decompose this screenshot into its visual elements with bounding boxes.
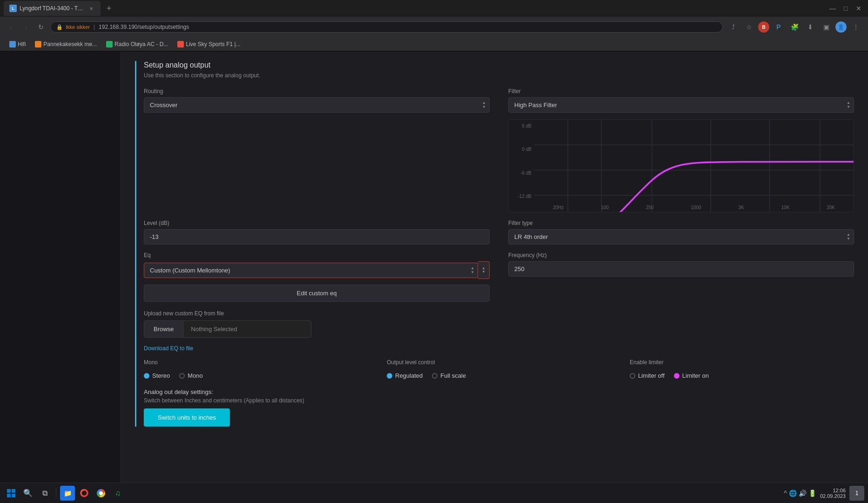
section-header: Setup analog output Use this section to … <box>135 61 854 427</box>
routing-filter-row: Routing Crossover Stereo Mono ▲ ▼ <box>144 88 854 212</box>
spotify-icon[interactable]: ♫ <box>110 486 125 501</box>
restore-button[interactable]: □ <box>840 3 851 14</box>
radio-regulated-dot <box>387 373 392 379</box>
svg-rect-12 <box>12 489 15 493</box>
output-level-label: Output level control <box>387 359 611 366</box>
level-field: Level (dB) <box>144 220 490 245</box>
routing-select[interactable]: Crossover Stereo Mono <box>144 97 490 113</box>
eq-frequency-row: Eq Custom (Custom Mellomtone) None Flat … <box>144 252 854 352</box>
radio-fullscale[interactable]: Full scale <box>432 372 466 379</box>
radio-regulated-label: Regulated <box>395 372 423 379</box>
tab-view-icon[interactable]: ▣ <box>820 20 833 34</box>
tab-close-button[interactable]: ✕ <box>87 5 95 12</box>
puzzle-icon[interactable]: 🧩 <box>788 20 801 34</box>
upload-filename: Nothing Selected <box>183 321 311 337</box>
download-icon[interactable]: ⬇ <box>804 20 817 34</box>
bookmark-sky-favicon <box>177 41 184 48</box>
tab-favicon: L <box>9 5 17 12</box>
graph-y-6db: 6 dB <box>511 123 532 129</box>
file-explorer-icon[interactable]: 📁 <box>60 486 75 501</box>
toolbar-icons: ⤴ ☆ B P 🧩 ⬇ ▣ 👤 ⋮ <box>727 20 862 34</box>
radio-stereo[interactable]: Stereo <box>144 372 170 379</box>
radio-regulated[interactable]: Regulated <box>387 372 423 379</box>
eq-select-row: Custom (Custom Mellomtone) None Flat ▲ ▼… <box>144 261 490 279</box>
minimize-button[interactable]: — <box>827 3 838 14</box>
level-label: Level (dB) <box>144 220 490 226</box>
download-eq-link[interactable]: Download EQ to file <box>144 345 490 352</box>
radio-limiter-on[interactable]: Limiter on <box>674 372 709 379</box>
eq-label: Eq <box>144 252 490 258</box>
bookmark-radio-favicon <box>106 41 113 48</box>
notification-button[interactable]: 1 <box>849 486 864 501</box>
section-title: Setup analog output <box>144 61 854 69</box>
speaker-icon[interactable]: 🔊 <box>799 489 807 497</box>
graph-x-100: 100 <box>601 205 609 210</box>
graph-x-20hz: 20Hz <box>553 205 564 210</box>
graph-x-20k: 20K <box>827 205 835 210</box>
svg-point-16 <box>99 491 103 495</box>
network-icon[interactable]: 🌐 <box>789 489 797 497</box>
delay-section: Analog out delay settings: Switch betwee… <box>144 388 854 427</box>
task-view-icon[interactable]: ⧉ <box>37 486 52 501</box>
tab-title: Lyngdorf TDAI-3400 - TDAI-3400 <box>20 5 85 12</box>
active-tab[interactable]: L Lyngdorf TDAI-3400 - TDAI-3400 ✕ <box>4 1 101 16</box>
options-grid: Mono Stereo Mono Output level <box>144 359 854 379</box>
forward-button[interactable]: › <box>20 21 32 33</box>
radio-mono[interactable]: Mono <box>179 372 203 379</box>
radio-limiter-on-label: Limiter on <box>682 372 709 379</box>
eq-stepper[interactable]: ▲ ▼ <box>478 261 490 279</box>
chevron-up-icon[interactable]: ^ <box>784 489 787 497</box>
bookmark-hifi[interactable]: Hifi <box>6 40 29 48</box>
main-panel: Setup analog output Use this section to … <box>121 52 868 483</box>
bookmark-sky[interactable]: Live Sky Sports F1 |... <box>174 40 244 48</box>
frequency-field: Frequency (Hz) <box>508 252 854 352</box>
filter-type-select[interactable]: LR 4th order LR 2nd order BW 4th order <box>508 229 854 245</box>
radio-stereo-dot <box>144 373 149 379</box>
frequency-input[interactable] <box>508 261 854 277</box>
extension-icon-1[interactable]: B <box>758 21 769 33</box>
radio-limiter-on-dot <box>674 373 680 379</box>
menu-icon[interactable]: ⋮ <box>849 20 862 34</box>
bookmark-pannekake[interactable]: Pannekakesekk me... <box>31 40 101 48</box>
reload-button[interactable]: ↻ <box>35 21 47 33</box>
section-description: Use this section to configure the analog… <box>144 72 854 79</box>
close-window-button[interactable]: ✕ <box>853 3 864 14</box>
mono-group: Mono Stereo Mono <box>144 359 368 379</box>
back-button[interactable]: ‹ <box>6 21 17 33</box>
output-level-group: Output level control Regulated Full scal… <box>387 359 611 379</box>
taskbar-separator <box>56 488 56 499</box>
level-input[interactable] <box>144 229 490 245</box>
search-taskbar-icon[interactable]: 🔍 <box>20 486 35 501</box>
opera-icon[interactable]: ⭕ <box>77 486 92 501</box>
url-text: 192.168.39.190/setup/outputsettings <box>99 24 189 30</box>
star-icon[interactable]: ☆ <box>742 20 755 34</box>
graph-y-neg12db: -12 dB <box>511 194 532 199</box>
battery-icon[interactable]: 🔋 <box>808 489 816 497</box>
taskbar-clock[interactable]: 12:06 02.09.2023 <box>820 488 846 499</box>
radio-limiter-off[interactable]: Limiter off <box>630 372 665 379</box>
address-bar: ‹ › ↻ 🔒 Ikke sikker | 192.168.39.190/set… <box>0 17 868 37</box>
bookmark-radio[interactable]: Radio Oløya AC - D... <box>102 40 172 48</box>
radio-limiter-off-dot <box>630 373 635 379</box>
edit-eq-button[interactable]: Edit custom eq <box>144 285 490 302</box>
switch-units-button[interactable]: Switch units to inches <box>144 408 230 427</box>
routing-field: Routing Crossover Stereo Mono ▲ ▼ <box>144 88 490 212</box>
eq-select[interactable]: Custom (Custom Mellomtone) None Flat <box>144 263 478 278</box>
frequency-label: Frequency (Hz) <box>508 252 854 258</box>
share-icon[interactable]: ⤴ <box>727 20 740 34</box>
extension-icon-2[interactable]: P <box>772 20 785 34</box>
svg-rect-14 <box>12 494 15 497</box>
start-button[interactable] <box>4 486 19 501</box>
radio-stereo-label: Stereo <box>152 372 170 379</box>
bookmark-pannekake-favicon <box>35 41 41 48</box>
radio-mono-dot <box>179 373 185 379</box>
address-input[interactable]: 🔒 Ikke sikker | 192.168.39.190/setup/out… <box>50 21 723 33</box>
account-icon[interactable]: 👤 <box>835 21 847 33</box>
chrome-icon[interactable] <box>94 486 108 501</box>
mono-label: Mono <box>144 359 368 366</box>
browse-button[interactable]: Browse <box>144 321 183 337</box>
filter-type-field: Filter type LR 4th order LR 2nd order BW… <box>508 220 854 245</box>
sidebar <box>0 52 121 483</box>
filter-select[interactable]: High Pass Filter Low Pass Filter None <box>508 97 854 113</box>
new-tab-button[interactable]: + <box>102 2 115 15</box>
